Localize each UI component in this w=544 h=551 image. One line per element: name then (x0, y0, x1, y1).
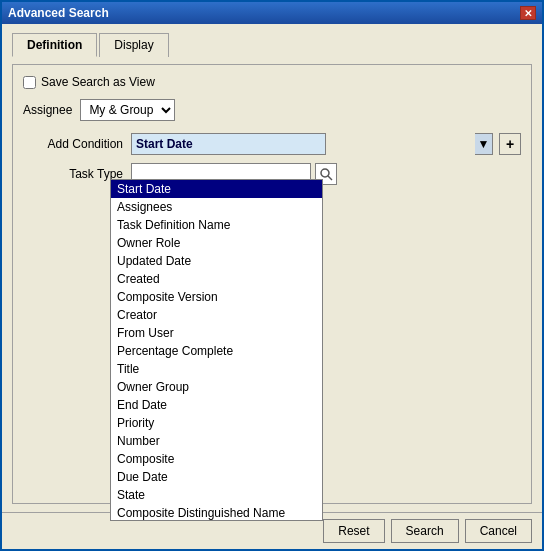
tab-definition[interactable]: Definition (12, 33, 97, 57)
dropdown-item-percentage-complete[interactable]: Percentage Complete (111, 342, 322, 360)
assignee-select[interactable]: My & Group My Group Everyone (80, 99, 175, 121)
dropdown-item-created[interactable]: Created (111, 270, 322, 288)
assignee-label: Assignee (23, 103, 72, 117)
condition-dropdown-scrollable[interactable]: Start Date Assignees Task Definition Nam… (111, 180, 322, 520)
add-condition-label: Add Condition (23, 137, 123, 151)
tab-bar: Definition Display (12, 32, 532, 56)
dropdown-item-priority[interactable]: Priority (111, 414, 322, 432)
dropdown-item-composite-version[interactable]: Composite Version (111, 288, 322, 306)
assignee-row: Assignee My & Group My Group Everyone (23, 99, 521, 121)
tab-display[interactable]: Display (99, 33, 168, 57)
dropdown-item-owner-group[interactable]: Owner Group (111, 378, 322, 396)
task-type-label: Task Type (23, 167, 123, 181)
advanced-search-window: Advanced Search ✕ Definition Display Sav… (0, 0, 544, 551)
dropdown-item-title[interactable]: Title (111, 360, 322, 378)
condition-dropdown-list: Start Date Assignees Task Definition Nam… (110, 179, 323, 521)
dropdown-item-start-date[interactable]: Start Date (111, 180, 322, 198)
search-button[interactable]: Search (391, 519, 459, 543)
save-search-checkbox[interactable] (23, 76, 36, 89)
save-search-label: Save Search as View (41, 75, 155, 89)
tab-content-area: Save Search as View Assignee My & Group … (12, 64, 532, 504)
dropdown-item-updated-date[interactable]: Updated Date (111, 252, 322, 270)
dropdown-item-composite[interactable]: Composite (111, 450, 322, 468)
svg-point-0 (321, 169, 329, 177)
dropdown-item-composite-distinguished-name[interactable]: Composite Distinguished Name (111, 504, 322, 520)
dropdown-item-number[interactable]: Number (111, 432, 322, 450)
dropdown-item-creator[interactable]: Creator (111, 306, 322, 324)
dropdown-item-owner-role[interactable]: Owner Role (111, 234, 322, 252)
dropdown-item-end-date[interactable]: End Date (111, 396, 322, 414)
close-button[interactable]: ✕ (520, 6, 536, 20)
dropdown-item-from-user[interactable]: From User (111, 324, 322, 342)
condition-dropdown-arrow[interactable]: ▼ (475, 133, 493, 155)
dropdown-item-due-date[interactable]: Due Date (111, 468, 322, 486)
title-bar: Advanced Search ✕ (2, 2, 542, 24)
dropdown-item-state[interactable]: State (111, 486, 322, 504)
svg-line-1 (328, 176, 332, 180)
add-condition-row: Add Condition Start Date ▼ + (23, 133, 521, 155)
main-content: Definition Display Save Search as View A… (2, 24, 542, 512)
dropdown-item-task-definition-name[interactable]: Task Definition Name (111, 216, 322, 234)
window-title: Advanced Search (8, 6, 109, 20)
save-search-row: Save Search as View (23, 75, 521, 89)
add-condition-button[interactable]: + (499, 133, 521, 155)
dropdown-item-assignees[interactable]: Assignees (111, 198, 322, 216)
cancel-button[interactable]: Cancel (465, 519, 532, 543)
condition-select-wrapper: Start Date ▼ (131, 133, 493, 155)
condition-select[interactable]: Start Date (131, 133, 326, 155)
reset-button[interactable]: Reset (323, 519, 384, 543)
